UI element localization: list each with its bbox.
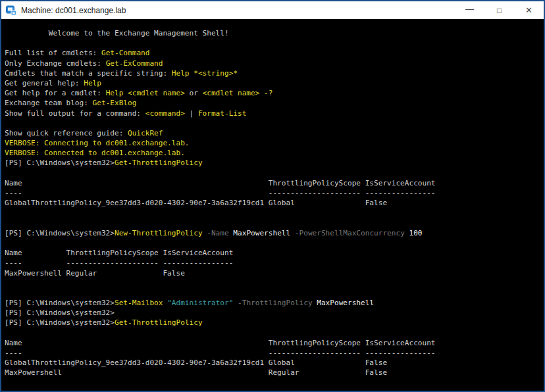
- terminal-line: Only Exchange cmdlets: Get-ExCommand: [5, 59, 540, 68]
- terminal-text: MaxPowershell Regular False: [5, 368, 387, 377]
- terminal-text: [PS] C:\Windows\system32>: [5, 159, 115, 167]
- terminal[interactable]: Welcome to the Exchange Management Shell…: [1, 19, 544, 391]
- minimize-icon: —: [465, 4, 474, 14]
- terminal-text: MaxPowershell Regular False: [5, 269, 185, 278]
- terminal-text: Show quick reference guide:: [5, 129, 128, 137]
- terminal-line: Get help for a cmdlet: Help <cmdlet name…: [5, 88, 540, 98]
- terminal-text: MaxPowershell: [317, 299, 374, 307]
- terminal-text: Get-ExBlog: [93, 99, 137, 107]
- terminal-line: VERBOSE: Connected to dc001.exchange.lab…: [5, 148, 540, 158]
- close-icon: ✕: [525, 5, 532, 15]
- terminal-line: Full list of cmdlets: Get-Command: [5, 48, 540, 58]
- terminal-line: [5, 288, 540, 298]
- terminal-text: Only Exchange cmdlets:: [5, 59, 106, 68]
- terminal-text: Get-ThrottlingPolicy: [115, 159, 203, 167]
- terminal-line: [PS] C:\Windows\system32>Set-Mailbox "Ad…: [5, 298, 540, 308]
- terminal-text: [PS] C:\Windows\system32>: [5, 229, 115, 237]
- title-bar[interactable]: Machine: dc001.exchange.lab — □ ✕: [1, 1, 544, 19]
- vmconnect-machine-icon[interactable]: [6, 5, 16, 16]
- terminal-text: ---- --------------------- -------------…: [5, 349, 436, 357]
- terminal-line: Name ThrottlingPolicyScope IsServiceAcco…: [5, 178, 540, 188]
- terminal-line: [5, 238, 540, 248]
- terminal-text: Set-Mailbox: [115, 299, 163, 307]
- terminal-line: ---- --------------------- -------------…: [5, 258, 540, 268]
- terminal-line: Show quick reference guide: QuickRef: [5, 128, 540, 138]
- terminal-text: New-ThrottlingPolicy: [115, 229, 203, 237]
- terminal-text: GlobalThrottlingPolicy_9ee37dd3-d020-430…: [5, 199, 387, 207]
- terminal-line: [5, 168, 540, 178]
- terminal-line: Welcome to the Exchange Management Shell…: [5, 28, 540, 38]
- terminal-text: <cmdlet name> -?: [203, 89, 273, 97]
- terminal-text: Name ThrottlingPolicyScope IsServiceAcco…: [5, 179, 436, 187]
- terminal-text: Get-ThrottlingPolicy: [115, 318, 203, 327]
- terminal-text: [PS] C:\Windows\system32>: [5, 318, 115, 327]
- terminal-text: Cmdlets that match a specific string:: [5, 69, 172, 78]
- terminal-text: ---- --------------------- -------------…: [5, 258, 233, 267]
- terminal-line: MaxPowershell Regular False: [5, 368, 540, 378]
- terminal-line: Cmdlets that match a specific string: He…: [5, 68, 540, 78]
- terminal-text: -ThrottlingPolicy: [233, 299, 317, 307]
- terminal-line: [PS] C:\Windows\system32>Get-ThrottlingP…: [5, 318, 540, 328]
- terminal-line: Show full output for a command: <command…: [5, 109, 540, 118]
- terminal-text: QuickRef: [128, 129, 163, 137]
- terminal-text: -PowerShellMaxConcurrency: [290, 229, 409, 237]
- close-button[interactable]: ✕: [514, 1, 544, 19]
- terminal-text: Help *<string>*: [172, 69, 238, 78]
- terminal-text: ---- --------------------- -------------…: [5, 189, 436, 197]
- terminal-line: ---- --------------------- -------------…: [5, 188, 540, 198]
- vmconnect-window: Machine: dc001.exchange.lab — □ ✕ Welcom…: [0, 0, 545, 392]
- terminal-text: <command>: [145, 109, 185, 118]
- terminal-text: Welcome to the Exchange Management Shell…: [5, 29, 229, 37]
- minimize-button[interactable]: —: [455, 1, 484, 19]
- terminal-text: Get help for a cmdlet:: [5, 89, 106, 97]
- terminal-line: [5, 278, 540, 288]
- maximize-icon: □: [497, 6, 502, 15]
- terminal-line: Exchange team blog: Get-ExBlog: [5, 98, 540, 108]
- terminal-line: MaxPowershell Regular False: [5, 268, 540, 278]
- terminal-line: VERBOSE: Connecting to dc001.exchange.la…: [5, 138, 540, 148]
- terminal-text: GlobalThrottlingPolicy_9ee37dd3-d020-430…: [5, 358, 387, 367]
- terminal-text: [PS] C:\Windows\system32>: [5, 299, 115, 307]
- terminal-text: Format-List: [198, 109, 246, 118]
- terminal-text: Get-Command: [101, 49, 149, 57]
- terminal-line: Name ThrottlingPolicyScope IsServiceAcco…: [5, 338, 540, 348]
- terminal-text: VERBOSE: Connecting to dc001.exchange.la…: [5, 139, 190, 147]
- terminal-text: or: [185, 89, 203, 97]
- terminal-line: [PS] C:\Windows\system32>New-ThrottlingP…: [5, 228, 540, 238]
- terminal-line: ---- --------------------- -------------…: [5, 348, 540, 358]
- terminal-line: [5, 38, 540, 48]
- terminal-line: [PS] C:\Windows\system32>Get-ThrottlingP…: [5, 158, 540, 168]
- terminal-text: Name ThrottlingPolicyScope IsServiceAcco…: [5, 249, 233, 257]
- terminal-text: MaxPowershell: [233, 229, 290, 237]
- terminal-text: Exchange team blog:: [5, 99, 93, 107]
- terminal-text: Get general help:: [5, 79, 84, 87]
- terminal-line: [5, 218, 540, 228]
- terminal-text: Name ThrottlingPolicyScope IsServiceAcco…: [5, 339, 436, 347]
- caption-buttons: — □ ✕: [455, 1, 544, 19]
- terminal-line: GlobalThrottlingPolicy_9ee37dd3-d020-430…: [5, 198, 540, 208]
- terminal-line: [PS] C:\Windows\system32>: [5, 308, 540, 318]
- terminal-line: Name ThrottlingPolicyScope IsServiceAcco…: [5, 248, 540, 258]
- terminal-line: [5, 208, 540, 218]
- terminal-text: Get-ExCommand: [106, 59, 163, 68]
- maximize-button[interactable]: □: [484, 1, 514, 19]
- terminal-text: -Name: [203, 229, 234, 237]
- terminal-text: Help <cmdlet name>: [106, 89, 185, 97]
- terminal-line: GlobalThrottlingPolicy_9ee37dd3-d020-430…: [5, 358, 540, 368]
- terminal-line: [5, 328, 540, 338]
- terminal-line: Get general help: Help: [5, 78, 540, 88]
- terminal-text: Full list of cmdlets:: [5, 49, 101, 57]
- terminal-text: VERBOSE: Connected to dc001.exchange.lab…: [5, 149, 185, 157]
- terminal-text: [PS] C:\Windows\system32>: [5, 308, 115, 317]
- terminal-line: [5, 118, 540, 128]
- terminal-text: |: [185, 109, 198, 118]
- terminal-text: Show full output for a command:: [5, 109, 145, 118]
- terminal-text: 100: [409, 229, 423, 237]
- terminal-text: Help: [84, 79, 101, 87]
- window-title: Machine: dc001.exchange.lab: [21, 6, 455, 15]
- terminal-text: "Administrator": [167, 299, 233, 307]
